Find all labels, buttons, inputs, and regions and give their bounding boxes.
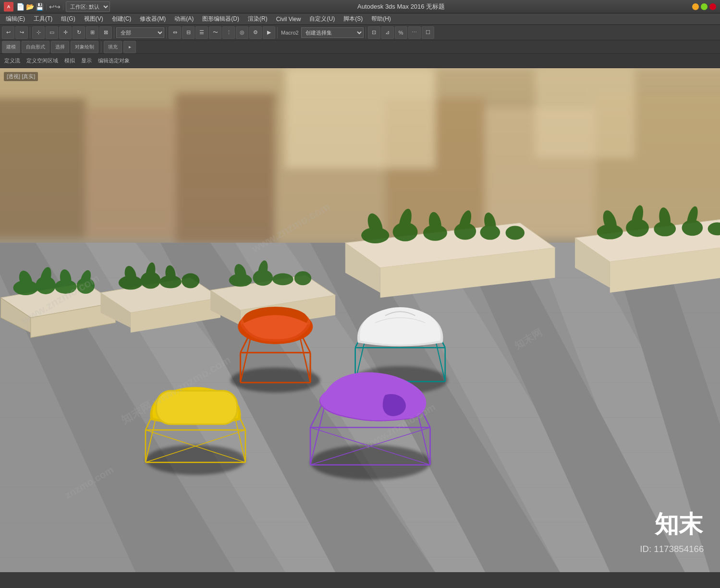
separator2 (114, 27, 114, 38)
save-file-icon[interactable]: 💾 (36, 3, 44, 11)
menu-animation[interactable]: 动画(A) (171, 13, 197, 24)
maximize-button[interactable] (701, 3, 708, 10)
app-icon: A (4, 2, 13, 12)
select-tab[interactable]: 选择 (51, 41, 69, 53)
svg-rect-10 (535, 68, 635, 158)
menu-group[interactable]: 组(G) (57, 13, 79, 24)
open-file-icon[interactable]: 📂 (26, 3, 34, 11)
title-bar: A 📄 📂 💾 | ↩ ↪ | 工作区: 默认 Autodesk 3ds Max… (0, 0, 720, 13)
svg-point-101 (146, 445, 245, 475)
angle-snap-btn[interactable]: ⊿ (381, 26, 394, 39)
populate-tab[interactable]: 填充 (104, 41, 122, 53)
svg-point-68 (506, 226, 525, 240)
scene-svg: www.znzmo.com 知末网 www.znzmo.com www.znzm… (0, 68, 720, 572)
sub-toolbar: 定义流 定义空闲区域 模拟 显示 编辑选定对象 (0, 54, 720, 68)
svg-text:知末: 知末 (654, 511, 704, 538)
separator5 (366, 27, 366, 38)
scale-btn[interactable]: ⊞ (86, 26, 98, 39)
separator4 (277, 27, 278, 38)
workspace-dropdown[interactable]: 工作区: 默认 (66, 1, 110, 12)
sub-item-display[interactable]: 显示 (79, 56, 94, 65)
redo-button[interactable]: ↪ (15, 26, 28, 39)
rotate-btn[interactable]: ↻ (73, 26, 85, 39)
svg-point-57 (294, 271, 311, 285)
sub-item-idle[interactable]: 定义空闲区域 (24, 56, 61, 65)
menu-modifier[interactable]: 修改器(M) (136, 13, 170, 24)
svg-point-86 (231, 368, 320, 393)
menu-view[interactable]: 视图(V) (80, 13, 107, 24)
render-btn[interactable]: ▶ (263, 26, 275, 39)
undo-icon[interactable]: ↩ (49, 3, 55, 11)
percent-snap-btn[interactable]: % (395, 26, 407, 39)
freeform-tab[interactable]: 自由形式 (22, 41, 49, 53)
move-btn[interactable]: ✛ (59, 26, 72, 39)
menu-edit[interactable]: 编辑(E) (2, 13, 29, 24)
selection-set-dropdown[interactable]: 创建选择集 (301, 27, 364, 38)
menu-help[interactable]: 帮助(H) (367, 13, 395, 24)
populate-expand[interactable]: ▸ (123, 41, 136, 53)
main-toolbar-1: ↩ ↪ ⊹ ▭ ✛ ↻ ⊞ ⊠ 全部 ⇔ ⊟ ☰ 〜 ⋮ ◎ ⚙ ▶ Macro… (0, 25, 720, 40)
layer-btn[interactable]: ☰ (195, 26, 208, 39)
redo-icon[interactable]: ↪ (55, 3, 61, 11)
app-title: Autodesk 3ds Max 2016 无标题 (110, 2, 692, 11)
menu-bar: 编辑(E) 工具(T) 组(G) 视图(V) 创建(C) 修改器(M) 动画(A… (0, 13, 720, 25)
scale-uniform-btn[interactable]: ⊠ (99, 26, 112, 39)
curve-editor-btn[interactable]: 〜 (209, 26, 221, 39)
undo-button[interactable]: ↩ (2, 26, 14, 39)
window-controls (692, 3, 716, 10)
ribbon-toolbar: 建模 自由形式 选择 对象绘制 填充 ▸ (0, 40, 720, 54)
select-object-btn[interactable]: ⊹ (32, 26, 45, 39)
snap-toggle[interactable]: ⊡ (368, 26, 380, 39)
select-region-btn[interactable]: ▭ (46, 26, 58, 39)
svg-point-56 (272, 273, 293, 285)
menu-civil-view[interactable]: Civil View (272, 14, 305, 24)
menu-customize[interactable]: 自定义(U) (305, 13, 339, 24)
minimize-button[interactable] (692, 3, 699, 10)
paint-tab[interactable]: 对象绘制 (71, 41, 98, 53)
svg-point-111 (310, 445, 430, 480)
menu-create[interactable]: 创建(C) (108, 13, 135, 24)
menu-graph-editor[interactable]: 图形编辑器(D) (198, 13, 243, 24)
svg-text:ID: 1173854166: ID: 1173854166 (640, 544, 704, 554)
schematic-view-btn[interactable]: ⋮ (222, 26, 235, 39)
build-tab[interactable]: 建模 (2, 41, 20, 53)
svg-rect-2 (0, 98, 85, 238)
sub-item-flow[interactable]: 定义流 (2, 56, 23, 65)
menu-tools[interactable]: 工具(T) (30, 13, 56, 24)
spinner-snap-btn[interactable]: ⋯ (408, 26, 421, 39)
svg-rect-3 (85, 108, 175, 238)
svg-rect-9 (285, 68, 435, 168)
render-setup-btn[interactable]: ⚙ (249, 26, 262, 39)
sub-item-edit[interactable]: 编辑选定对象 (96, 56, 132, 65)
svg-rect-4 (175, 93, 275, 243)
material-editor-btn[interactable]: ◎ (236, 26, 248, 39)
sub-item-simulate[interactable]: 模拟 (62, 56, 77, 65)
macro-label: Macro2 (280, 30, 300, 36)
sep-toolbar2 (101, 41, 101, 53)
menu-script[interactable]: 脚本(S) (340, 13, 366, 24)
new-file-icon[interactable]: 📄 (16, 3, 24, 11)
separator3 (166, 27, 167, 38)
named-sel-btn[interactable]: ☐ (422, 26, 434, 39)
quick-access-icons: 📄 📂 💾 (16, 3, 44, 11)
menu-render[interactable]: 渲染(R) (244, 13, 271, 24)
select-filter-dropdown[interactable]: 全部 (116, 27, 164, 38)
close-button[interactable] (709, 3, 716, 10)
svg-point-47 (182, 273, 199, 288)
viewport-label: [透视] [真实] (4, 72, 38, 81)
viewport-area[interactable]: www.znzmo.com 知末网 www.znzmo.com www.znzm… (0, 68, 720, 572)
mirror-btn[interactable]: ⇔ (169, 26, 181, 39)
align-btn[interactable]: ⊟ (182, 26, 195, 39)
separator (30, 27, 30, 38)
